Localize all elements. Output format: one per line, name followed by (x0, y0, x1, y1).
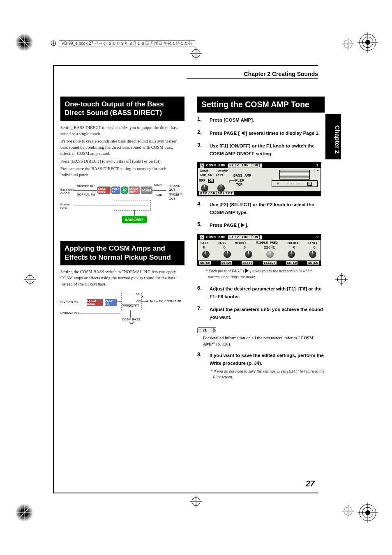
section-heading-cosm-normal-pu: Applying the COSM Amps and Effects to No… (60, 241, 184, 265)
registration-mark (342, 38, 354, 50)
body-paragraph: You can store the BASS DIRECT setting in… (60, 166, 184, 178)
procedure-steps-cont3: 8. If you want to save the edited settin… (197, 351, 325, 380)
body-paragraph: It's possible to create sounds like bass… (60, 138, 184, 157)
chapter-header: Chapter 2 Creating Sounds (187, 71, 318, 79)
body-paragraph: Setting the COSM BASS switch to "NORMAL … (60, 269, 184, 288)
page-frame-left (53, 65, 54, 493)
tri-left-icon (241, 131, 244, 135)
chapter-side-tab: Chapter 2 (325, 114, 341, 159)
footnote-page: Each press of PAGE [ ] takes you to the … (205, 268, 325, 280)
registration-mark (190, 495, 202, 508)
procedure-steps-cont2: 6. Adjust the desired parameter with [F1… (197, 285, 325, 320)
print-header-info: VB-99_e.book 27 ページ ２００８年８月１８日 月曜日 午後１時１… (50, 40, 195, 46)
tri-right-icon (241, 223, 244, 227)
step-2: 2. Press PAGE [ ] several times to displ… (197, 129, 325, 137)
step-7: 7. Adjust the parameters until you achie… (197, 305, 325, 320)
procedure-steps: 1. Press [COSM AMP]. 2. Press PAGE [ ] s… (197, 116, 325, 157)
body-paragraph: Setting BASS DIRECT to "on" enables you … (60, 124, 184, 137)
section-heading-cosm-amp-tone: Setting the COSM AMP Tone (197, 97, 325, 113)
page-frame-bottom (53, 493, 318, 493)
lcd-screenshot-1: A COSM AMP FLIP TOP [ON] 1 COSMAMP SWPRE… (197, 162, 321, 196)
step-8: 8. If you want to save the edited settin… (197, 351, 325, 380)
cf-reference-box: cf. For detailed information on all the … (197, 326, 325, 347)
registration-mark (342, 505, 354, 517)
step-1: 1. Press [COSM AMP]. (197, 116, 325, 124)
registration-mark (335, 273, 348, 286)
print-corner-mark (357, 502, 378, 523)
registration-mark (24, 273, 36, 286)
registration-mark (190, 47, 202, 60)
left-column: One-touch Output of the Bass Direct Soun… (60, 97, 184, 329)
print-corner-mark (14, 32, 35, 53)
right-column: Setting the COSM AMP Tone 1. Press [COSM… (197, 97, 325, 385)
signal-flow-diagram-1: Bass with GK-3B Normal Bass DIVIDED PU N… (60, 182, 184, 229)
procedure-steps-cont: 4. Use [F2] (SELECT) or the F2 knob to s… (197, 200, 325, 229)
step-6: 6. Adjust the desired parameter with [F1… (197, 285, 325, 300)
page-frame-top (53, 65, 318, 66)
step-3: 3. Use [F1] (ON/OFF) or the F1 knob to s… (197, 142, 325, 157)
step-5: 5. Press PAGE [ ]. (197, 221, 325, 229)
lcd-screenshot-2: A COSM AMP FLIP TOP [ON] 2 GAIN BASS MID… (197, 234, 321, 266)
signal-flow-diagram-2: DIVIDED PU NORMAL PU COSM BASS POLY FX O… (60, 292, 184, 329)
print-corner-mark (14, 502, 35, 523)
step-4: 4. Use [F2] (SELECT) or the F2 knob to s… (197, 200, 325, 216)
section-heading-bass-direct: One-touch Output of the Bass Direct Soun… (60, 97, 184, 121)
body-paragraph: Press [BASS DIRECT] to switch this off (… (60, 158, 184, 164)
print-corner-mark (357, 32, 378, 53)
page-number: 27 (306, 479, 315, 488)
